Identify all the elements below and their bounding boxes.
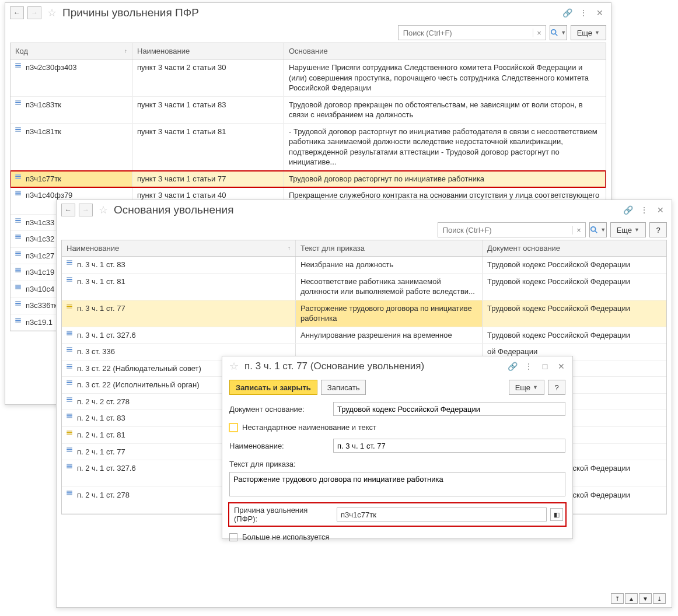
save-button[interactable]: Записать bbox=[321, 380, 366, 395]
back-button[interactable]: ← bbox=[10, 6, 24, 19]
link-icon[interactable]: 🔗 bbox=[561, 7, 574, 19]
more-button[interactable]: Еще ▼ bbox=[571, 25, 606, 40]
search-field[interactable]: × bbox=[438, 222, 586, 237]
row-icon bbox=[15, 236, 22, 241]
forward-button[interactable]: → bbox=[27, 6, 41, 19]
table-row[interactable]: п. 3 ч. 1 ст. 81Несоответствие работника… bbox=[62, 274, 666, 300]
more-button[interactable]: Еще ▼ bbox=[509, 380, 544, 395]
pfr-reason-input[interactable]: п3ч1с77тк bbox=[337, 508, 547, 522]
menu-icon[interactable]: ⋮ bbox=[638, 204, 651, 216]
unused-checkbox[interactable] bbox=[229, 533, 237, 541]
row-icon bbox=[67, 466, 74, 470]
label-doc: Документ основание: bbox=[229, 405, 328, 414]
close-icon[interactable]: ✕ bbox=[593, 7, 606, 19]
sort-icon: ↑ bbox=[288, 245, 291, 251]
row-icon bbox=[67, 279, 74, 284]
col-name[interactable]: Наименование↑ bbox=[62, 240, 295, 256]
help-button[interactable]: ? bbox=[548, 380, 565, 395]
row-icon bbox=[67, 306, 74, 310]
clear-search-icon[interactable]: × bbox=[533, 29, 546, 37]
table-row[interactable]: п. 3 ч. 1 ст. 327.6Аннулирование разреше… bbox=[62, 327, 666, 344]
doc-input[interactable] bbox=[333, 402, 565, 416]
col-order[interactable]: Текст для приказа bbox=[295, 240, 482, 256]
row-icon bbox=[15, 253, 22, 258]
svg-point-0 bbox=[551, 30, 556, 34]
favorite-icon[interactable]: ☆ bbox=[229, 360, 239, 373]
table-row[interactable]: п. 3 ч. 1 ст. 77Расторжение трудового до… bbox=[62, 300, 666, 327]
clear-search-icon[interactable]: × bbox=[572, 226, 585, 235]
row-icon bbox=[15, 320, 22, 324]
row-icon bbox=[67, 432, 74, 437]
search-button[interactable]: ▼ bbox=[589, 222, 607, 237]
label-order: Текст для приказа: bbox=[229, 460, 328, 468]
window-edit-ground: ☆ п. 3 ч. 1 ст. 77 (Основание увольнения… bbox=[222, 356, 573, 539]
svg-line-3 bbox=[595, 231, 597, 233]
sort-icon: ↑ bbox=[124, 48, 127, 54]
row-icon bbox=[67, 382, 74, 387]
col-code[interactable]: Код↑ bbox=[11, 43, 132, 59]
menu-icon[interactable]: ⋮ bbox=[522, 360, 535, 372]
window-title: Причины увольнения ПФР bbox=[62, 6, 557, 19]
nonstandard-checkbox[interactable] bbox=[229, 424, 237, 432]
pfr-reason-frame: Причина увольнения (ПФР): п3ч1с77тк ◧ bbox=[228, 502, 567, 527]
favorite-icon[interactable]: ☆ bbox=[47, 6, 57, 19]
table-row[interactable]: п. 3 ч. 1 ст. 83Неизбрание на должностьТ… bbox=[62, 257, 666, 274]
row-icon bbox=[15, 286, 22, 291]
row-icon bbox=[15, 303, 22, 307]
link-icon[interactable]: 🔗 bbox=[621, 204, 634, 216]
label-name: Наименование: bbox=[229, 442, 328, 450]
open-link-icon[interactable]: ◧ bbox=[550, 508, 563, 521]
row-icon bbox=[67, 349, 74, 354]
table-row[interactable]: п3ч1с81ткпункт 3 части 1 статьи 81- Труд… bbox=[11, 124, 606, 171]
window-title: Основания увольнения bbox=[114, 204, 618, 216]
help-button[interactable]: ? bbox=[649, 222, 667, 237]
row-icon bbox=[67, 332, 74, 337]
window-title: п. 3 ч. 1 ст. 77 (Основание увольнения) bbox=[244, 360, 502, 372]
row-icon bbox=[67, 492, 74, 497]
row-icon bbox=[15, 129, 22, 134]
search-input[interactable] bbox=[399, 29, 533, 37]
scroll-down-icon[interactable]: ▼ bbox=[639, 593, 652, 604]
row-icon bbox=[67, 366, 74, 370]
forward-button[interactable]: → bbox=[79, 204, 93, 216]
scroll-up-icon[interactable]: ▲ bbox=[625, 593, 638, 604]
search-field[interactable]: × bbox=[398, 25, 546, 40]
col-basis[interactable]: Основание bbox=[284, 43, 606, 59]
svg-point-2 bbox=[591, 227, 596, 232]
search-button[interactable]: ▼ bbox=[550, 25, 567, 40]
table-row[interactable]: п3ч2с30фз403пункт 3 части 2 статьи 30Нар… bbox=[11, 60, 606, 97]
row-icon bbox=[15, 270, 22, 274]
row-icon bbox=[67, 399, 74, 404]
menu-icon[interactable]: ⋮ bbox=[577, 7, 590, 19]
svg-line-1 bbox=[555, 34, 558, 36]
label-unused: Больше не используется bbox=[242, 533, 330, 541]
close-icon[interactable]: ✕ bbox=[654, 204, 667, 216]
order-textarea[interactable] bbox=[229, 472, 565, 496]
name-input[interactable] bbox=[333, 439, 565, 453]
table-row[interactable]: п3ч1с83ткпункт 3 части 1 статьи 83Трудов… bbox=[11, 97, 606, 124]
favorite-icon[interactable]: ☆ bbox=[99, 204, 108, 216]
scroll-bottom-icon[interactable]: ⤓ bbox=[653, 593, 666, 604]
label-pfr: Причина увольнения (ПФР): bbox=[234, 506, 333, 523]
row-icon bbox=[67, 449, 74, 454]
more-button[interactable]: Еще ▼ bbox=[610, 222, 646, 237]
label-nonstandard: Нестандартное наименование и текст bbox=[242, 423, 376, 432]
scroll-top-icon[interactable]: ⤒ bbox=[611, 593, 624, 604]
row-icon bbox=[67, 262, 74, 267]
row-icon bbox=[15, 220, 22, 225]
table-row[interactable]: п3ч1с77ткпункт 3 части 1 статьи 77Трудов… bbox=[11, 171, 606, 188]
link-icon[interactable]: 🔗 bbox=[506, 360, 519, 372]
save-and-close-button[interactable]: Записать и закрыть bbox=[229, 380, 317, 395]
row-icon bbox=[15, 102, 22, 107]
search-input[interactable] bbox=[438, 226, 572, 235]
col-doc[interactable]: Документ основание bbox=[482, 240, 666, 256]
close-icon[interactable]: ✕ bbox=[555, 360, 568, 372]
back-button[interactable]: ← bbox=[61, 204, 75, 216]
row-icon bbox=[67, 415, 74, 420]
maximize-icon[interactable]: □ bbox=[539, 360, 551, 372]
col-name[interactable]: Наименование bbox=[132, 43, 284, 59]
row-icon bbox=[15, 65, 22, 69]
row-icon bbox=[15, 176, 22, 181]
row-icon bbox=[15, 192, 22, 197]
